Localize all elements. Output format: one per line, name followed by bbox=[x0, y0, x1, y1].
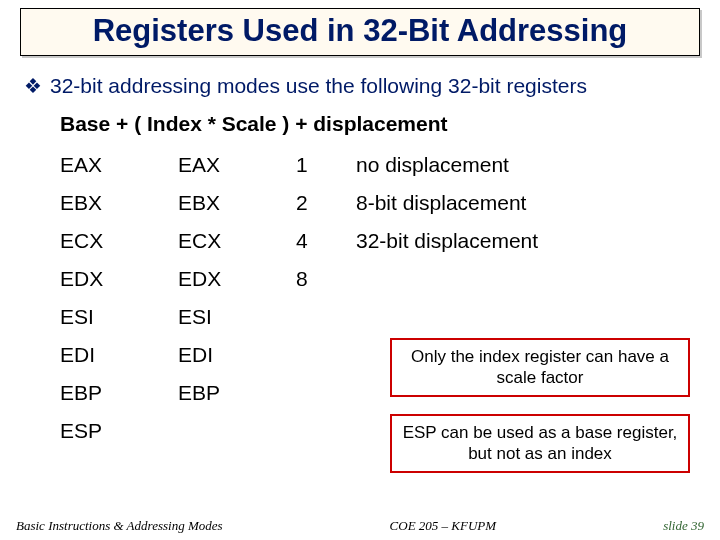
slide-title: Registers Used in 32-Bit Addressing bbox=[93, 13, 628, 48]
cell-index: EDX bbox=[178, 260, 296, 298]
cell-index: EAX bbox=[178, 146, 296, 184]
cell-scale: 8 bbox=[296, 260, 356, 298]
note-index-scale: Only the index register can have a scale… bbox=[390, 338, 690, 397]
cell-disp: 32-bit displacement bbox=[356, 222, 666, 260]
table-row: EBX EBX 2 8-bit displacement bbox=[60, 184, 666, 222]
register-table: EAX EAX 1 no displacement EBX EBX 2 8-bi… bbox=[60, 146, 666, 450]
footer-center: COE 205 – KFUPM bbox=[390, 518, 497, 534]
cell-scale: 1 bbox=[296, 146, 356, 184]
bullet-line: ❖ 32-bit addressing modes use the follow… bbox=[24, 74, 696, 98]
note-esp: ESP can be used as a base register, but … bbox=[390, 414, 690, 473]
cell-scale: 2 bbox=[296, 184, 356, 222]
cell-index: EBX bbox=[178, 184, 296, 222]
slide-title-box: Registers Used in 32-Bit Addressing bbox=[20, 8, 700, 56]
cell-disp bbox=[356, 298, 666, 336]
cell-disp bbox=[356, 260, 666, 298]
cell-scale bbox=[296, 298, 356, 336]
cell-index: EDI bbox=[178, 336, 296, 374]
table-row: EDX EDX 8 bbox=[60, 260, 666, 298]
cell-base: ESP bbox=[60, 412, 178, 450]
cell-scale: 4 bbox=[296, 222, 356, 260]
cell-base: EDI bbox=[60, 336, 178, 374]
slide-footer: Basic Instructions & Addressing Modes CO… bbox=[0, 518, 720, 534]
cell-scale bbox=[296, 336, 356, 374]
cell-scale bbox=[296, 412, 356, 450]
table-row: ECX ECX 4 32-bit displacement bbox=[60, 222, 666, 260]
cell-base: EDX bbox=[60, 260, 178, 298]
cell-base: EAX bbox=[60, 146, 178, 184]
table-row: EAX EAX 1 no displacement bbox=[60, 146, 666, 184]
cell-index: ECX bbox=[178, 222, 296, 260]
table-row: ESI ESI bbox=[60, 298, 666, 336]
register-table-wrap: EAX EAX 1 no displacement EBX EBX 2 8-bi… bbox=[60, 146, 720, 450]
bullet-text: 32-bit addressing modes use the followin… bbox=[50, 74, 587, 98]
cell-base: EBP bbox=[60, 374, 178, 412]
cell-index: ESI bbox=[178, 298, 296, 336]
footer-right: slide 39 bbox=[663, 518, 704, 534]
cell-scale bbox=[296, 374, 356, 412]
cell-index bbox=[178, 412, 296, 450]
addressing-formula: Base + ( Index * Scale ) + displacement bbox=[60, 112, 720, 136]
cell-disp: 8-bit displacement bbox=[356, 184, 666, 222]
diamond-bullet-icon: ❖ bbox=[24, 74, 42, 98]
cell-index: EBP bbox=[178, 374, 296, 412]
cell-base: ECX bbox=[60, 222, 178, 260]
cell-base: ESI bbox=[60, 298, 178, 336]
footer-left: Basic Instructions & Addressing Modes bbox=[16, 518, 223, 534]
cell-disp: no displacement bbox=[356, 146, 666, 184]
cell-base: EBX bbox=[60, 184, 178, 222]
